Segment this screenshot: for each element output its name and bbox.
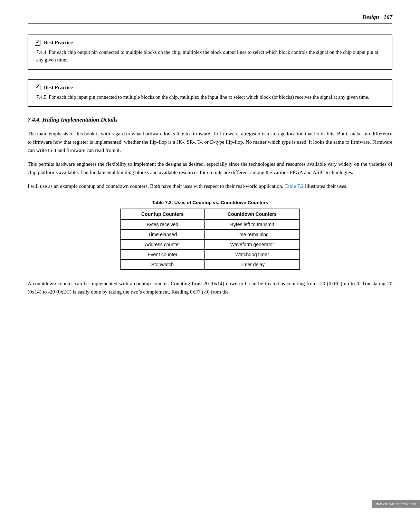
paragraph-4: A countdown counter can be implemented w… [28, 279, 392, 296]
header-text: Design 167 [362, 14, 392, 21]
table-cell-3-1: Watchdog timer [204, 250, 299, 260]
table-cell-1-1: Time remaining [204, 230, 299, 240]
best-practice-content-1: 7.4.4 For each chip output pin connected… [35, 48, 385, 64]
best-practice-content-2: 7.4.5 For each chip input pin connected … [35, 93, 385, 101]
paragraph-3: I will use as an example countup and cou… [28, 182, 392, 190]
best-practice-number-2: 7.4.5 [36, 94, 46, 100]
best-practice-text-2: For each chip input pin connected to mul… [49, 94, 369, 100]
table-container: Table 7.2: Uses of Countup vs. Countdown… [120, 200, 300, 270]
checkbox-icon-1 [35, 40, 40, 46]
table-cell-2-1: Waveform generator [204, 240, 299, 250]
table-cell-1-0: Time elapsed [121, 230, 205, 240]
best-practice-text-1: For each chip output pin connected to mu… [36, 49, 378, 63]
page-number: 167 [384, 14, 393, 20]
best-practice-label-2: Best Practice [44, 85, 73, 90]
table-row: StopwatchTimer delay [121, 260, 300, 270]
table-title: Table 7.2: Uses of Countup vs. Countdown… [120, 200, 300, 205]
table-row: Bytes receivedBytes left to transmit [121, 220, 300, 230]
best-practice-box-1: Best Practice 7.4.4 For each chip output… [28, 35, 392, 70]
header-design: Design [362, 14, 379, 20]
table-cell-0-1: Bytes left to transmit [204, 220, 299, 230]
best-practice-box-2: Best Practice 7.4.5 For each chip input … [28, 79, 392, 107]
table-row: Address counterWaveform generator [121, 240, 300, 250]
best-practice-title-1: Best Practice [35, 40, 385, 46]
best-practice-label-1: Best Practice [44, 40, 73, 46]
paragraph-1: The main emphasis of this book is with r… [28, 130, 392, 154]
page-header: Design 167 [28, 14, 392, 24]
paragraph-2: This permits hardware engineers the flex… [28, 160, 392, 176]
footer-badge: www.newnespress.com [372, 500, 420, 508]
section-heading: 7.4.4. Hiding Implementation Details [28, 116, 392, 123]
table-cell-4-1: Timer delay [204, 260, 299, 270]
table-row: Event counterWatchdog timer [121, 250, 300, 260]
table-cell-3-0: Event counter [121, 250, 205, 260]
countup-countdown-table: Countup Counters Countdown Counters Byte… [120, 209, 300, 270]
table-link[interactable]: Table 7.2 [285, 183, 304, 189]
checkbox-icon-2 [35, 85, 40, 90]
table-cell-2-0: Address counter [121, 240, 205, 250]
page: Design 167 Best Practice 7.4.4 For each … [0, 0, 420, 518]
col2-header: Countdown Counters [204, 209, 299, 220]
best-practice-number-1: 7.4.4 [36, 49, 46, 55]
table-cell-4-0: Stopwatch [121, 260, 205, 270]
best-practice-title-2: Best Practice [35, 85, 385, 90]
table-row: Time elapsedTime remaining [121, 230, 300, 240]
table-cell-0-0: Bytes received [121, 220, 205, 230]
col1-header: Countup Counters [121, 209, 205, 220]
